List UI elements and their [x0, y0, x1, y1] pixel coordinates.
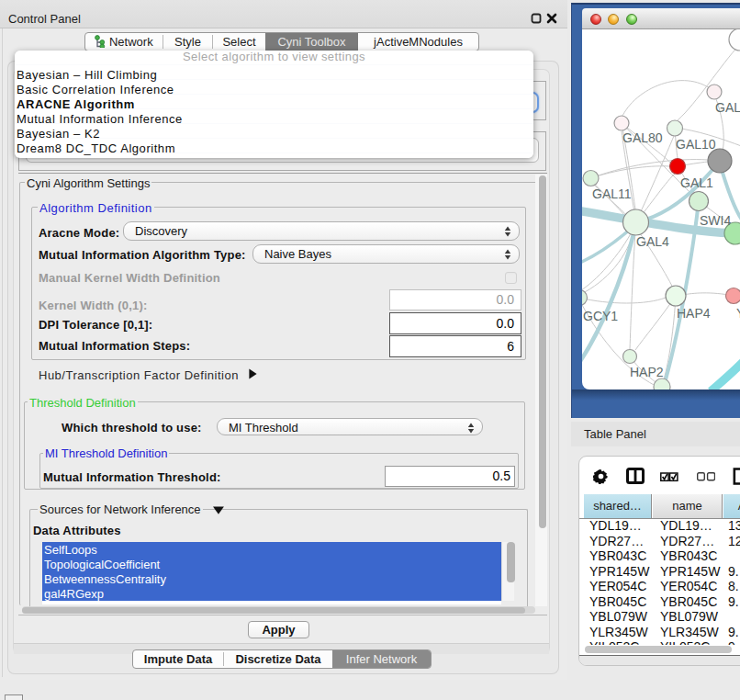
svg-text:Y: Y — [736, 306, 740, 321]
svg-text:GAL4: GAL4 — [636, 234, 669, 249]
svg-text:GAL: GAL — [715, 100, 740, 115]
svg-text:SWI4: SWI4 — [700, 213, 731, 228]
svg-text:HAP2: HAP2 — [630, 365, 664, 379]
svg-text:GAL11: GAL11 — [592, 186, 632, 201]
svg-text:HAP4: HAP4 — [677, 306, 711, 321]
svg-text:GAL1: GAL1 — [680, 175, 713, 190]
svg-text:GCY1: GCY1 — [583, 309, 618, 323]
svg-text:GAL10: GAL10 — [676, 137, 716, 152]
svg-text:GAL80: GAL80 — [622, 130, 663, 145]
